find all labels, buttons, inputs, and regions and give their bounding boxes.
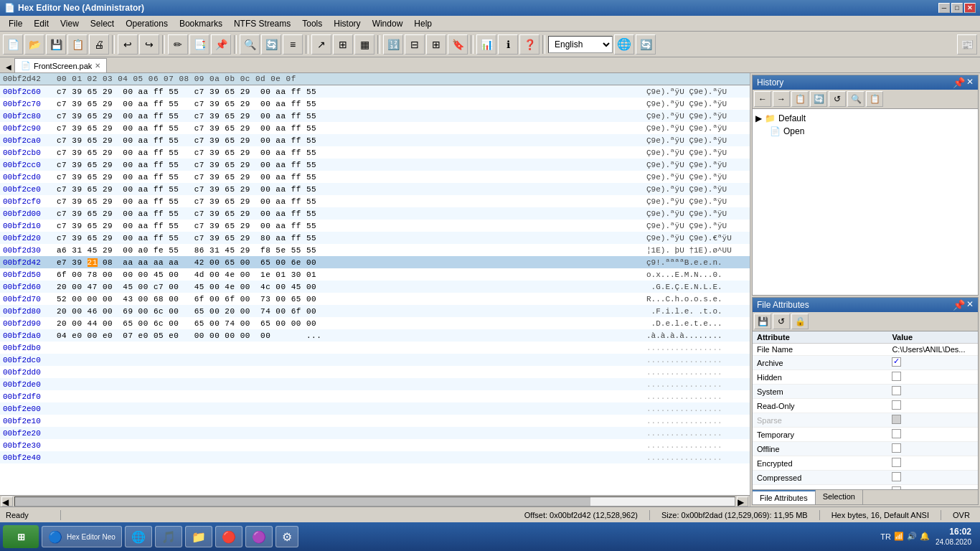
history-search-btn[interactable]: 🔍	[847, 91, 864, 107]
scroll-right-btn[interactable]: ▶	[737, 496, 748, 507]
replace-button[interactable]: 🔄	[261, 34, 281, 55]
menu-tools[interactable]: Tools	[296, 17, 328, 30]
table-row[interactable]: 00bf2de0 ................	[0, 378, 750, 390]
attr-value[interactable]	[887, 456, 978, 471]
file-attr-close-icon[interactable]: ✕	[966, 299, 974, 311]
attr-value[interactable]	[887, 370, 978, 385]
minimize-button[interactable]: ─	[938, 3, 950, 13]
update-button[interactable]: 🔄	[636, 34, 656, 55]
attr-value[interactable]: ✓	[887, 356, 978, 370]
taskbar-explorer[interactable]: 📁	[185, 526, 212, 547]
restore-button[interactable]: □	[951, 3, 963, 13]
table-row[interactable]: 00bf2c60c7 39 65 29 00 aa ff 55 c7 39 65…	[0, 85, 750, 98]
toggle-button[interactable]: 📊	[476, 34, 496, 55]
table-row[interactable]: 00bf2dc0 ................	[0, 354, 750, 366]
history-copy-btn[interactable]: 📋	[791, 91, 809, 107]
menu-bookmarks[interactable]: Bookmarks	[174, 17, 228, 30]
file-attr-lock-btn[interactable]: 🔒	[791, 314, 809, 329]
tab-selection[interactable]: Selection	[816, 490, 863, 504]
menu-edit[interactable]: Edit	[28, 17, 55, 30]
table-row[interactable]: 00bf2c80c7 39 65 29 00 aa ff 55 c7 39 65…	[0, 110, 750, 122]
attr-value[interactable]	[887, 428, 978, 442]
taskbar-ie[interactable]: 🌐	[125, 526, 152, 547]
history-default-item[interactable]: ▶ 📁 Default	[755, 112, 975, 125]
table-row[interactable]: 00bf2d7052 00 00 00 43 00 68 00 6f 00 6f…	[0, 293, 750, 305]
history-refresh-btn[interactable]: 🔄	[810, 91, 827, 107]
menu-file[interactable]: File	[3, 17, 28, 30]
notification-icon[interactable]: 🔔	[920, 532, 930, 541]
undo-button[interactable]: ↩	[118, 34, 138, 55]
tab-file-attributes[interactable]: File Attributes	[753, 490, 816, 504]
table-row[interactable]: 00bf2cd0c7 39 65 29 00 aa ff 55 c7 39 65…	[0, 171, 750, 183]
hex-content[interactable]: 00bf2c60c7 39 65 29 00 aa ff 55 c7 39 65…	[0, 85, 750, 495]
compare-button[interactable]: ≡	[283, 34, 303, 55]
table-row[interactable]: 00bf2d9020 00 44 00 65 00 6c 00 65 00 74…	[0, 317, 750, 329]
menu-operations[interactable]: Operations	[120, 17, 174, 30]
select-button[interactable]: ⊞	[333, 34, 353, 55]
history-extra-btn[interactable]: 📋	[866, 91, 883, 107]
new-button[interactable]: 📄	[3, 34, 23, 55]
history-refresh2-btn[interactable]: ↺	[829, 91, 846, 107]
table-row[interactable]: 00bf2dd0 ................	[0, 366, 750, 378]
taskbar-media[interactable]: 🎵	[155, 526, 182, 547]
globe-button[interactable]: 🌐	[614, 34, 634, 55]
redo-button[interactable]: ↪	[139, 34, 159, 55]
hex-scrollbar-bottom[interactable]: ◀ ▶	[0, 495, 750, 507]
table-row[interactable]: 00bf2e30 ................	[0, 439, 750, 451]
table-row[interactable]: 00bf2d00c7 39 65 29 00 aa ff 55 c7 39 65…	[0, 207, 750, 220]
scroll-left-btn[interactable]: ◀	[1, 496, 13, 507]
history-open-item[interactable]: 📄 Open	[770, 125, 975, 138]
table-row[interactable]: 00bf2ce0c7 39 65 29 00 aa ff 55 c7 39 65…	[0, 183, 750, 195]
table-row[interactable]: 00bf2e20 ................	[0, 427, 750, 439]
taskbar-chrome[interactable]: 🔴	[215, 526, 242, 547]
clipboard-button[interactable]: 📋	[67, 34, 88, 55]
menu-ntfs-streams[interactable]: NTFS Streams	[228, 17, 296, 30]
menu-view[interactable]: View	[55, 17, 85, 30]
paste-button[interactable]: 📌	[211, 34, 231, 55]
attr-value[interactable]	[887, 385, 978, 399]
table-row[interactable]: 00bf2d8020 00 46 00 69 00 6c 00 65 00 20…	[0, 305, 750, 317]
taskbar-hexeditor[interactable]: 🔵 Hex Editor Neo	[42, 526, 122, 547]
table-row[interactable]: 00bf2e10 ................	[0, 415, 750, 427]
table-row[interactable]: 00bf2d30a6 31 45 29 00 a0 fe 55 86 31 45…	[0, 244, 750, 256]
menu-select[interactable]: Select	[85, 17, 120, 30]
attr-value[interactable]	[887, 413, 978, 428]
fill-button[interactable]: ▦	[354, 34, 374, 55]
attr-value[interactable]	[887, 399, 978, 413]
file-attr-save-btn[interactable]: 💾	[754, 314, 771, 329]
table-row[interactable]: 00bf2cf0c7 39 65 29 00 aa ff 55 c7 39 65…	[0, 195, 750, 207]
attr-value[interactable]	[887, 471, 978, 485]
table-row[interactable]: 00bf2e00 ................	[0, 402, 750, 415]
goto-button[interactable]: ↗	[311, 34, 331, 55]
history-pin-icon[interactable]: 📌	[953, 77, 965, 88]
table-row[interactable]: 00bf2d10c7 39 65 29 00 aa ff 55 c7 39 65…	[0, 220, 750, 232]
menu-history[interactable]: History	[328, 17, 366, 30]
file-attr-pin-icon[interactable]: 📌	[953, 299, 965, 311]
help-button[interactable]: ❓	[519, 34, 540, 55]
tab-nav-left[interactable]: ◀	[3, 61, 14, 72]
table-row[interactable]: 00bf2d506f 00 78 00 00 00 45 00 4d 00 4e…	[0, 268, 750, 281]
tab-close-button[interactable]: ✕	[95, 62, 100, 70]
copy-button[interactable]: 📑	[189, 34, 209, 55]
save-button[interactable]: 💾	[46, 34, 66, 55]
table-row[interactable]: 00bf2d6020 00 47 00 45 00 c7 00 45 00 4e…	[0, 281, 750, 293]
menu-window[interactable]: Window	[367, 17, 409, 30]
history-close-icon[interactable]: ✕	[966, 77, 974, 88]
column-button[interactable]: ⊟	[405, 34, 425, 55]
taskbar-discord[interactable]: 🟣	[245, 526, 273, 547]
table-row[interactable]: 00bf2cc0c7 39 65 29 00 aa ff 55 c7 39 65…	[0, 159, 750, 171]
table-row[interactable]: 00bf2da004 e0 00 e0 07 e0 05 e0 00 00 00…	[0, 329, 750, 342]
close-button[interactable]: ✕	[964, 3, 976, 13]
file-attr-refresh-btn[interactable]: ↺	[773, 314, 790, 329]
table-row[interactable]: 00bf2ca0c7 39 65 29 00 aa ff 55 c7 39 65…	[0, 134, 750, 146]
table-row[interactable]: 00bf2c90c7 39 65 29 00 aa ff 55 c7 39 65…	[0, 122, 750, 134]
menu-help[interactable]: Help	[408, 17, 438, 30]
history-back-btn[interactable]: ←	[754, 91, 771, 107]
info-button[interactable]: ℹ	[498, 34, 518, 55]
bookmarks-tb-button[interactable]: 🔖	[448, 34, 468, 55]
table-row[interactable]: 00bf2d20c7 39 65 29 00 aa ff 55 c7 39 65…	[0, 232, 750, 244]
table-row[interactable]: 00bf2c70c7 39 65 29 00 aa ff 55 c7 39 65…	[0, 98, 750, 110]
find-button[interactable]: 🔍	[240, 34, 260, 55]
extra-button[interactable]: 📰	[957, 34, 977, 55]
table-row[interactable]: 00bf2d42e7 39 21 08 aa aa aa aa 42 00 65…	[0, 256, 750, 268]
